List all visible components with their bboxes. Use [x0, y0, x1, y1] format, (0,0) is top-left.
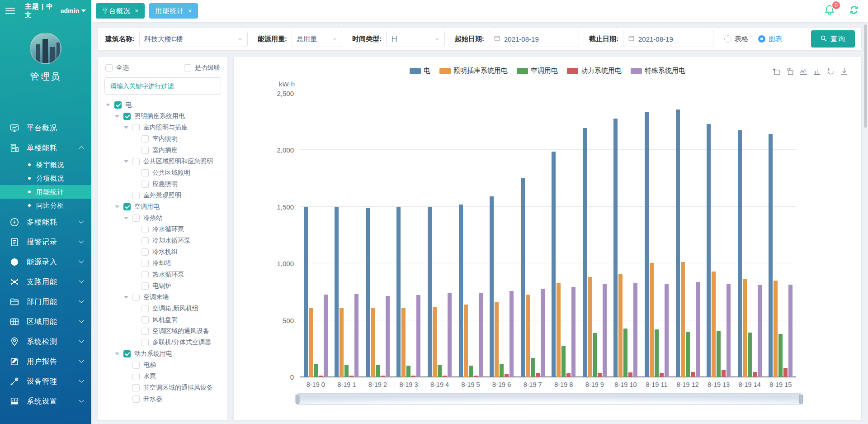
notification-bell-icon[interactable]: 0 [824, 4, 835, 18]
tree-node-13[interactable]: 冷水机组 [104, 246, 221, 257]
tree-checkbox[interactable] [132, 395, 140, 403]
sidebar-item-2[interactable]: 多楼能耗 [0, 212, 91, 232]
line-chart-icon[interactable] [799, 67, 808, 76]
tree-node-12[interactable]: 冷却水循环泵 [104, 235, 221, 246]
tree-node-3[interactable]: 室内照明 [104, 133, 221, 144]
start-date-input[interactable]: 2021-08-19 [489, 31, 579, 47]
tree-checkbox[interactable] [132, 124, 140, 131]
tree-node-0[interactable]: 电 [104, 99, 221, 110]
sidebar-subitem-1-0[interactable]: 楼宇概况 [0, 158, 91, 172]
sidebar-item-10[interactable]: 设备管理 [0, 372, 91, 391]
caret-down-icon[interactable] [123, 160, 129, 163]
tree-checkbox[interactable] [142, 169, 149, 176]
select-all-checkbox[interactable]: 全选 [105, 64, 129, 72]
restore-icon[interactable] [826, 67, 835, 76]
datazoom-right-handle[interactable] [799, 395, 803, 404]
tree-checkbox[interactable] [142, 282, 149, 290]
tree-node-1[interactable]: 照明插座系统用电 [104, 110, 221, 122]
caret-down-icon[interactable] [114, 115, 120, 118]
tree-checkbox[interactable] [132, 362, 140, 369]
tab-1[interactable]: 用能统计× [149, 3, 198, 19]
tree-checkbox[interactable] [142, 271, 149, 278]
tree-node-21[interactable]: 多联机/分体式空调器 [104, 337, 221, 348]
bar-chart-icon[interactable] [813, 67, 821, 76]
sidebar-item-8[interactable]: 系统检测 [0, 332, 91, 352]
tree-node-18[interactable]: 空调箱,新风机组 [104, 303, 221, 314]
zoom-revert-icon[interactable] [786, 67, 794, 76]
legend-item-2[interactable]: 空调用电 [517, 67, 558, 75]
tree-checkbox[interactable] [132, 384, 140, 391]
tree-node-4[interactable]: 室内插座 [104, 144, 221, 156]
tree-checkbox[interactable] [132, 214, 140, 222]
tree-node-11[interactable]: 冷水循环泵 [104, 224, 221, 235]
tree-node-2[interactable]: 室内照明与插座 [104, 122, 221, 133]
tree-filter-input[interactable] [104, 77, 221, 95]
tree-checkbox[interactable] [142, 316, 149, 324]
caret-down-icon[interactable] [105, 104, 111, 106]
tree-checkbox[interactable] [123, 203, 131, 210]
page-scrollbar[interactable] [864, 24, 867, 128]
tree-checkbox[interactable] [142, 147, 149, 154]
menu-toggle-icon[interactable] [5, 8, 15, 14]
tree-checkbox[interactable] [114, 101, 122, 109]
sidebar-subitem-1-3[interactable]: 同比分析 [0, 199, 91, 212]
legend-item-1[interactable]: 照明插座系统用电 [439, 67, 508, 75]
tree-node-26[interactable]: 开水器 [104, 393, 221, 405]
close-icon[interactable]: × [188, 8, 192, 14]
energy-select[interactable]: 总用量 [292, 31, 342, 47]
tree-node-9[interactable]: 空调用电 [104, 201, 221, 212]
tree-node-5[interactable]: 公共区域照明和应急照明 [104, 156, 221, 167]
tree-node-10[interactable]: 冷热站 [104, 212, 221, 224]
sidebar-item-5[interactable]: 支路用能 [0, 272, 91, 292]
tree-checkbox[interactable] [142, 181, 149, 188]
tree-checkbox[interactable] [142, 328, 149, 335]
sidebar-item-4[interactable]: 能源录入 [0, 252, 91, 272]
time-type-select[interactable]: 日 [386, 31, 445, 47]
tree-node-7[interactable]: 应急照明 [104, 178, 221, 190]
building-select[interactable]: 科技大楼C楼 [139, 31, 248, 47]
user-menu[interactable]: admin [61, 7, 86, 14]
tree-node-8[interactable]: 室外景观照明 [104, 190, 221, 201]
caret-down-icon[interactable] [114, 353, 120, 355]
tree-node-15[interactable]: 热水循环泵 [104, 269, 221, 280]
caret-down-icon[interactable] [123, 217, 129, 219]
tree-checkbox[interactable] [142, 226, 149, 233]
caret-down-icon[interactable] [123, 126, 129, 129]
tree-checkbox[interactable] [142, 305, 149, 312]
sidebar-item-1[interactable]: 单楼能耗 [0, 138, 91, 158]
save-image-icon[interactable] [840, 67, 849, 76]
tree-checkbox[interactable] [123, 113, 131, 120]
tree-node-25[interactable]: 非空调区域的通排风设备 [104, 382, 221, 393]
theme-language-label[interactable]: 主题 | 中文 [25, 2, 56, 19]
query-button[interactable]: 查询 [811, 30, 855, 48]
sidebar-item-0[interactable]: 平台概况 [0, 118, 91, 138]
end-date-input[interactable]: 2021-08-19 [623, 31, 713, 47]
close-icon[interactable]: × [135, 8, 139, 14]
sidebar-subitem-1-2[interactable]: 用能统计 [0, 185, 91, 199]
tree-node-22[interactable]: 动力系统用电 [104, 348, 221, 359]
tree-checkbox[interactable] [142, 260, 149, 267]
tree-checkbox[interactable] [123, 350, 131, 357]
tree-node-24[interactable]: 水泵 [104, 371, 221, 382]
tree-node-20[interactable]: 空调区域的通风设备 [104, 325, 221, 337]
tree-node-6[interactable]: 公共区域照明 [104, 167, 221, 178]
tab-0[interactable]: 平台概况× [96, 3, 145, 19]
tree-checkbox[interactable] [132, 158, 140, 165]
sidebar-item-9[interactable]: 用户报告 [0, 352, 91, 372]
legend-item-3[interactable]: 动力系统用电 [567, 67, 622, 75]
sidebar-item-6[interactable]: 部门用能 [0, 292, 91, 312]
sidebar-item-11[interactable]: 系统设置 [0, 391, 91, 411]
tree-node-14[interactable]: 冷却塔 [104, 257, 221, 269]
tree-checkbox[interactable] [142, 135, 149, 143]
caret-down-icon[interactable] [123, 296, 129, 299]
tree-checkbox[interactable] [142, 248, 149, 256]
sidebar-subitem-1-1[interactable]: 分项概况 [0, 172, 91, 185]
tree-node-23[interactable]: 电梯 [104, 359, 221, 371]
cascade-checkbox[interactable]: 是否级联 [184, 64, 220, 72]
tree-checkbox[interactable] [142, 237, 149, 244]
datazoom-left-handle[interactable] [296, 395, 300, 404]
view-radio-0[interactable]: 表格 [724, 35, 748, 43]
tree-checkbox[interactable] [132, 294, 140, 301]
tree-node-16[interactable]: 电锅炉 [104, 280, 221, 291]
tree-checkbox[interactable] [132, 192, 140, 199]
